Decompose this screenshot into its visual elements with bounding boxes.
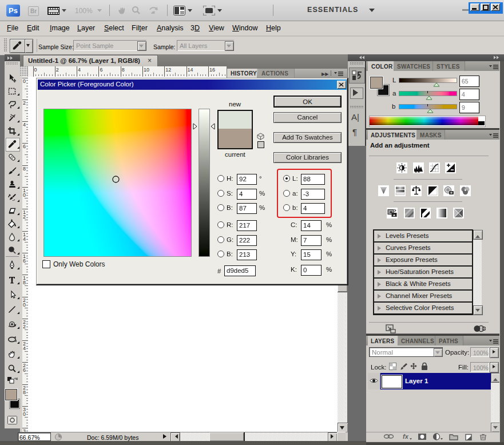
svg-text:fx: fx — [403, 433, 409, 440]
